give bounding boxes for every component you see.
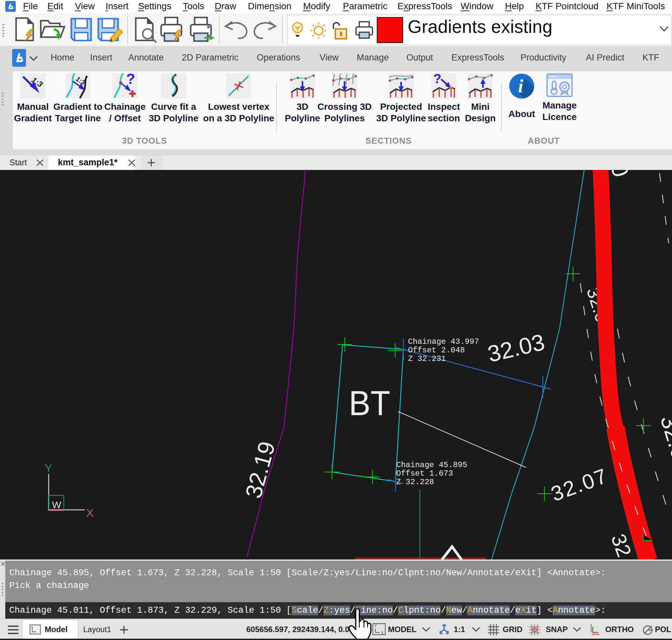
svg-text:W: W — [52, 499, 61, 510]
svg-text:Y: Y — [45, 462, 52, 474]
svg-text:Offset 1.673: Offset 1.673 — [396, 469, 453, 478]
svg-text:x: x — [381, 630, 383, 635]
svg-text:Y: Y — [374, 624, 377, 628]
svg-text:?: ? — [126, 73, 135, 87]
svg-text:X: X — [86, 507, 94, 519]
svg-text:Z 32.228: Z 32.228 — [396, 478, 434, 486]
svg-text:32.03: 32.03 — [485, 329, 547, 367]
svg-text:BT: BT — [349, 383, 390, 422]
svg-text:i: i — [518, 76, 524, 96]
svg-text:Offset 2.048: Offset 2.048 — [408, 346, 465, 355]
svg-text:0: 0 — [606, 170, 634, 180]
svg-text:32.19: 32.19 — [240, 438, 280, 500]
svg-text:?: ? — [433, 73, 441, 86]
svg-text:Z 32.231: Z 32.231 — [408, 354, 446, 363]
svg-text:Chainage 43.997: Chainage 43.997 — [408, 337, 479, 346]
svg-text:32.0: 32.0 — [656, 412, 672, 463]
svg-text:32.07: 32.07 — [548, 464, 610, 506]
svg-text:Chainage 45.895: Chainage 45.895 — [396, 461, 467, 469]
